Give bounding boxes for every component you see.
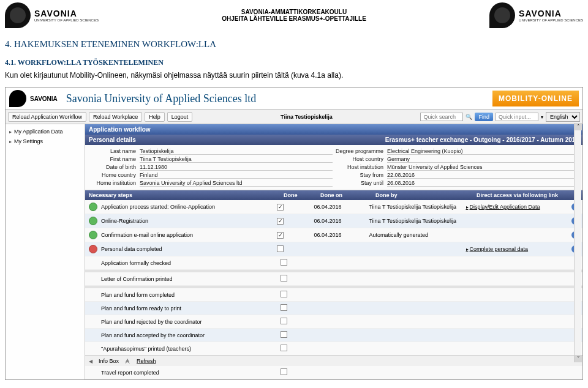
steps-header-row: Necessary steps Done Done on Done by Dir… — [85, 190, 582, 200]
document-title-block: SAVONIA-AMMATTIKORKEAKOULU OHJEITA LÄHTE… — [222, 9, 366, 22]
detail-value: Savonia University of Applied Sciences l… — [140, 180, 333, 187]
step-row: Travel report completed — [85, 366, 582, 379]
step-name: Letter of Confirmation printed — [101, 276, 281, 282]
done-checkbox — [281, 318, 287, 324]
step-action-link[interactable]: Complete personal data — [466, 246, 529, 252]
detail-row: Stay from22.08.2016 — [334, 171, 581, 179]
personal-details-panel: Last nameTestiopiskelijaFirst nameTiina … — [85, 145, 582, 190]
detail-value: 22.08.2016 — [387, 172, 580, 179]
done-checkbox — [281, 275, 287, 282]
quick-search-input[interactable] — [420, 113, 463, 121]
detail-label: Host institution — [335, 164, 387, 171]
personal-details-header: Personal details Erasmus+ teacher exchan… — [85, 135, 582, 145]
find-button[interactable]: Find — [475, 113, 493, 121]
detail-label: Date of birth — [88, 164, 140, 171]
sub-heading: 4.1. WORKFLOW:LLA TYÖSKENTELEMINEN — [0, 51, 588, 71]
step-row: "Apurahasopimus" printed (teachers) — [85, 342, 582, 356]
detail-label: Stay until — [335, 180, 387, 187]
step-row: Plan and fund form completed — [85, 288, 582, 302]
detail-label: Home country — [88, 172, 140, 179]
detail-row: Degree programmeElectrical Engineering (… — [334, 147, 581, 155]
scroll-down-icon[interactable]: ˅ — [575, 355, 582, 362]
savonia-logo-icon — [9, 90, 26, 107]
info-box-link[interactable]: Info Box — [99, 358, 119, 364]
chevron-down-icon[interactable]: ▾ — [541, 114, 543, 120]
done-checkbox — [281, 259, 287, 266]
detail-value: 26.08.2016 — [387, 180, 580, 187]
step-name: Online-Registration — [101, 218, 277, 224]
expand-icon[interactable]: ⮝ — [125, 358, 130, 364]
step-name: Travel report completed — [101, 370, 281, 376]
step-row: Application process started: Online-Appl… — [85, 200, 582, 214]
step-done-by: Automatically generated — [369, 232, 466, 238]
step-done-by: Tiina T Testiopiskelija Testiopiskelija — [369, 204, 466, 210]
step-row: Plan and fund rejected by the coordinato… — [85, 315, 582, 329]
body-paragraph: Kun olet kirjautunut Mobility-Onlineen, … — [0, 71, 588, 83]
mobility-online-brand: MOBILITY-ONLINE — [492, 91, 579, 106]
section-heading: 4. HAKEMUKSEN ETENEMINEN WORKFLOW:LLA — [0, 31, 588, 51]
detail-row: Host countryGermany — [334, 155, 581, 163]
step-done-by: Tiina T Testiopiskelija Testiopiskelija — [369, 218, 466, 224]
nav-my-settings[interactable]: My Settings — [7, 136, 83, 146]
detail-label: Host country — [335, 156, 387, 163]
logo-text: SAVONIA — [519, 9, 583, 18]
step-action-link[interactable]: Display/Edit Application Data — [466, 204, 540, 210]
reload-workplace-button[interactable]: Reload Workplace — [89, 112, 142, 122]
done-checkbox: ✓ — [277, 218, 284, 225]
step-row: Plan and fund accepted by the coordinato… — [85, 329, 582, 342]
logout-button[interactable]: Logout — [167, 112, 193, 122]
figure-caption: Kuva 4.1a. Mobility-Online hakijan näkym… — [0, 384, 588, 388]
detail-value: 11.12.1980 — [140, 164, 333, 171]
doc-header-line1: SAVONIA-AMMATTIKORKEAKOULU — [222, 9, 366, 15]
current-user: Tiina Testiopiskelija — [281, 114, 333, 120]
logo-right: SAVONIA UNIVERSITY OF APPLIED SCIENCES — [489, 2, 583, 28]
reload-workflow-button[interactable]: Reload Application Workflow — [8, 112, 86, 122]
detail-row: Last nameTestiopiskelija — [86, 147, 334, 155]
savonia-logo-icon — [5, 2, 31, 28]
logo-subtext: UNIVERSITY OF APPLIED SCIENCES — [519, 18, 583, 22]
done-checkbox — [281, 291, 287, 297]
detail-label: Last name — [88, 148, 140, 155]
step-name: "Apurahasopimus" printed (teachers) — [101, 346, 281, 352]
toolbar: Reload Application Workflow Reload Workp… — [6, 110, 582, 124]
status-pending-icon — [89, 245, 97, 253]
detail-value: Tiina T Testiopiskelija — [140, 156, 333, 163]
done-checkbox — [281, 331, 287, 338]
vertical-scrollbar[interactable]: ˄ ˅ — [574, 123, 581, 362]
help-button[interactable]: Help — [145, 112, 165, 122]
logo-text: SAVONIA — [34, 9, 99, 18]
app-banner: SAVONIA Savonia University of Applied Sc… — [6, 88, 582, 110]
status-done-icon — [89, 231, 97, 239]
detail-label: Home institution — [88, 180, 140, 187]
step-name: Personal data completed — [101, 246, 277, 252]
status-done-icon — [89, 217, 97, 225]
detail-label: Degree programme — [335, 148, 387, 155]
detail-label: First name — [88, 156, 140, 163]
step-name: Confirmation e-mail online application — [101, 232, 277, 238]
content-pane: Application workflow Personal details Er… — [85, 124, 582, 379]
language-select[interactable]: English — [546, 112, 580, 122]
nav-my-application-data[interactable]: My Application Data — [7, 127, 83, 136]
detail-value: Finland — [140, 172, 333, 179]
done-checkbox: ✓ — [277, 232, 284, 239]
detail-row: Host institutionMünster University of Ap… — [334, 163, 581, 171]
detail-row: First nameTiina T Testiopiskelija — [86, 155, 334, 163]
scroll-up-icon[interactable]: ˄ — [575, 123, 582, 130]
step-name: Application formally checked — [101, 260, 281, 266]
refresh-link[interactable]: Refresh — [137, 358, 156, 364]
done-checkbox — [277, 245, 284, 252]
quick-input[interactable] — [496, 113, 538, 121]
step-row: Plan and fund form ready to print — [85, 302, 582, 315]
step-done-on: 06.04.2016 — [314, 232, 369, 238]
detail-row: Home institutionSavonia University of Ap… — [86, 179, 334, 187]
done-checkbox — [281, 368, 287, 375]
step-row: Personal data completedComplete personal… — [85, 242, 582, 256]
step-row: Letter of Confirmation printed — [85, 272, 582, 286]
status-done-icon — [89, 203, 97, 211]
detail-value: Electrical Engineering (Kuopio) — [387, 148, 580, 155]
done-checkbox — [281, 304, 287, 311]
search-icon[interactable]: 🔍 — [466, 114, 472, 120]
done-checkbox: ✓ — [277, 204, 284, 211]
logo-left: SAVONIA UNIVERSITY OF APPLIED SCIENCES — [5, 2, 99, 28]
doc-header-line2: OHJEITA LÄHTEVILLE ERASMUS+-OPETTAJILLE — [222, 15, 366, 22]
